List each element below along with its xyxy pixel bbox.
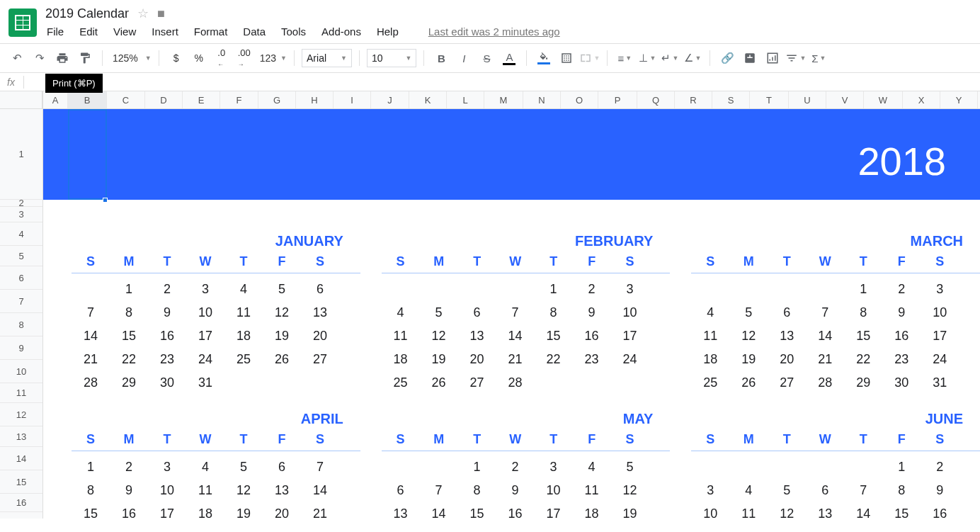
menu-help[interactable]: Help: [377, 26, 399, 38]
day-cell[interactable]: 7: [420, 483, 458, 498]
day-cell[interactable]: 18: [186, 506, 224, 519]
column-header[interactable]: X: [903, 91, 940, 108]
day-cell[interactable]: 6: [382, 483, 420, 498]
column-header[interactable]: B: [68, 91, 107, 108]
row-header[interactable]: 1: [0, 109, 42, 200]
day-cell[interactable]: 18: [224, 329, 263, 344]
day-cell[interactable]: 7: [301, 460, 339, 475]
day-cell[interactable]: 9: [110, 483, 148, 498]
menu-insert[interactable]: Insert: [152, 26, 178, 38]
day-cell[interactable]: 15: [844, 329, 882, 344]
day-cell[interactable]: 9: [921, 483, 959, 498]
formula-bar[interactable]: fx: [0, 73, 980, 91]
day-cell[interactable]: 13: [301, 305, 339, 320]
day-cell[interactable]: 1: [458, 460, 496, 475]
wrap-button[interactable]: ↵▼: [660, 48, 680, 68]
day-cell[interactable]: 12: [263, 305, 301, 320]
day-cell[interactable]: 19: [224, 506, 263, 519]
rotate-button[interactable]: ∠▼: [683, 48, 702, 68]
day-cell[interactable]: 6: [263, 460, 301, 475]
day-cell[interactable]: 19: [611, 506, 649, 519]
day-cell[interactable]: 11: [224, 305, 263, 320]
day-cell[interactable]: 12: [420, 329, 458, 344]
row-header[interactable]: 13: [0, 426, 42, 447]
day-cell[interactable]: 7: [72, 305, 110, 320]
row-header[interactable]: 12: [0, 403, 42, 426]
column-header[interactable]: V: [826, 91, 864, 108]
row-header[interactable]: 4: [0, 222, 42, 246]
day-cell[interactable]: 12: [611, 483, 649, 498]
comment-button[interactable]: [740, 48, 760, 68]
v-align-button[interactable]: ⊥▼: [637, 48, 657, 68]
day-cell[interactable]: 21: [496, 352, 535, 367]
day-cell[interactable]: 1: [110, 282, 148, 297]
font-size-dropdown[interactable]: 10▼: [367, 49, 417, 67]
link-button[interactable]: 🔗: [717, 48, 737, 68]
undo-button[interactable]: ↶: [7, 48, 27, 68]
column-header[interactable]: W: [864, 91, 903, 108]
day-cell[interactable]: 12: [224, 483, 263, 498]
day-cell[interactable]: 9: [148, 305, 186, 320]
print-button[interactable]: Print (⌘P): [52, 48, 72, 68]
day-cell[interactable]: 3: [921, 282, 959, 297]
day-cell[interactable]: 5: [611, 460, 649, 475]
day-cell[interactable]: 23: [573, 352, 611, 367]
column-header[interactable]: E: [183, 91, 220, 108]
strikethrough-button[interactable]: S: [477, 48, 496, 68]
column-header[interactable]: R: [675, 91, 712, 108]
day-cell[interactable]: 24: [186, 352, 224, 367]
day-cell[interactable]: 13: [768, 329, 806, 344]
day-cell[interactable]: 8: [882, 483, 921, 498]
day-cell[interactable]: 13: [263, 483, 301, 498]
day-cell[interactable]: 3: [148, 460, 186, 475]
day-cell[interactable]: 20: [768, 352, 806, 367]
day-cell[interactable]: 4: [573, 460, 611, 475]
menu-addons[interactable]: Add-ons: [321, 26, 361, 38]
cells-area[interactable]: 2018 JANUARYSMTWTFS123456789101112131415…: [43, 109, 980, 519]
sheets-logo[interactable]: [8, 9, 37, 37]
day-cell[interactable]: 20: [301, 329, 339, 344]
day-cell[interactable]: 4: [186, 460, 224, 475]
day-cell[interactable]: 25: [382, 375, 420, 390]
day-cell[interactable]: 22: [110, 352, 148, 367]
day-cell[interactable]: 29: [844, 375, 882, 390]
select-all-corner[interactable]: [0, 91, 42, 109]
column-header[interactable]: O: [561, 91, 598, 108]
day-cell[interactable]: 11: [382, 329, 420, 344]
decrease-decimal-button[interactable]: .0←: [212, 48, 232, 68]
menu-edit[interactable]: Edit: [79, 26, 98, 38]
day-cell[interactable]: 2: [882, 282, 921, 297]
zoom-dropdown[interactable]: 125%▼: [110, 48, 152, 68]
day-cell[interactable]: 18: [382, 352, 420, 367]
day-cell[interactable]: 14: [844, 506, 882, 519]
filter-button[interactable]: ▼: [785, 48, 806, 68]
italic-button[interactable]: I: [454, 48, 474, 68]
row-header[interactable]: 6: [0, 266, 42, 290]
day-cell[interactable]: 8: [110, 305, 148, 320]
day-cell[interactable]: 5: [263, 282, 301, 297]
percent-button[interactable]: %: [189, 48, 209, 68]
day-cell[interactable]: 3: [186, 282, 224, 297]
day-cell[interactable]: 9: [496, 483, 535, 498]
row-header[interactable]: 2: [0, 200, 42, 207]
menu-file[interactable]: File: [47, 26, 64, 38]
column-header[interactable]: I: [334, 91, 371, 108]
row-header[interactable]: 10: [0, 360, 42, 383]
day-cell[interactable]: 15: [882, 506, 921, 519]
row-header[interactable]: 15: [0, 470, 42, 494]
day-cell[interactable]: 16: [882, 329, 921, 344]
day-cell[interactable]: 8: [535, 305, 573, 320]
column-header[interactable]: K: [409, 91, 447, 108]
day-cell[interactable]: 21: [72, 352, 110, 367]
day-cell[interactable]: 14: [806, 329, 844, 344]
day-cell[interactable]: 16: [573, 329, 611, 344]
day-cell[interactable]: 3: [535, 460, 573, 475]
day-cell[interactable]: 8: [844, 305, 882, 320]
day-cell[interactable]: 10: [611, 305, 649, 320]
day-cell[interactable]: 27: [301, 352, 339, 367]
day-cell[interactable]: 19: [420, 352, 458, 367]
day-cell[interactable]: 17: [186, 329, 224, 344]
column-header[interactable]: G: [258, 91, 296, 108]
day-cell[interactable]: 19: [729, 352, 768, 367]
folder-icon[interactable]: ■: [157, 6, 165, 21]
